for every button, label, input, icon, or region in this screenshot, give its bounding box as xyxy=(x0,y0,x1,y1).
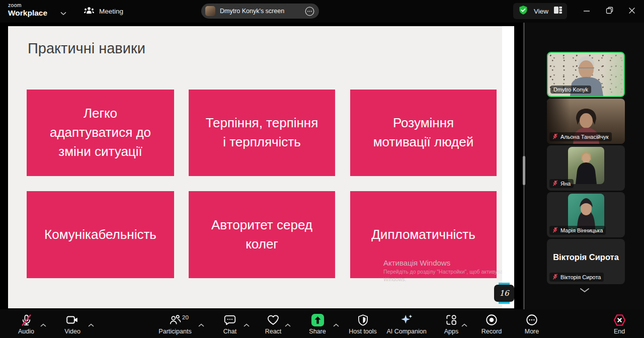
page-number: 16 xyxy=(499,289,509,298)
participant-tile-maria[interactable]: Марія Вінницька xyxy=(547,192,625,237)
participant-name-tag: Вікторія Сирота xyxy=(549,273,604,282)
screen-share-label: Dmytro Konyk's screen xyxy=(220,8,284,15)
participants-count-badge: 20 xyxy=(182,314,189,320)
record-label: Record xyxy=(481,328,502,335)
record-icon xyxy=(485,313,498,327)
screen-share-pill[interactable]: Dmytro Konyk's screen xyxy=(201,4,319,19)
close-icon xyxy=(628,7,635,16)
sparkle-icon xyxy=(399,313,414,327)
skill-box-5-text: Авторитет серед колег xyxy=(203,216,321,254)
shield-icon xyxy=(357,313,369,327)
participant-tile-viktoria[interactable]: Вікторія Сирота Вікторія Сирота xyxy=(547,239,625,284)
skill-box-3-text: Розуміння мотивації людей xyxy=(364,114,482,151)
end-label: End xyxy=(614,328,625,335)
security-shield-icon[interactable] xyxy=(518,5,528,18)
participant-tile-yana[interactable]: Яна xyxy=(547,145,625,191)
slide-title: Практичні навики xyxy=(28,40,145,57)
ai-companion-label: AI Companion xyxy=(386,328,426,335)
windows-activation-watermark: Активація Windows Перейдіть до розділу "… xyxy=(383,259,508,282)
view-grid-icon[interactable] xyxy=(554,7,562,16)
end-call-icon xyxy=(612,313,627,327)
participant-name: Альона Танасійчук xyxy=(560,134,609,140)
restore-button[interactable] xyxy=(600,0,618,23)
end-button[interactable]: End xyxy=(589,313,644,335)
scroll-more-chevron-icon[interactable] xyxy=(580,286,590,295)
more-label: More xyxy=(525,328,539,335)
participant-silhouette xyxy=(568,194,604,231)
brand-bottom: Workplace xyxy=(8,9,47,17)
skill-box-4-text: Комунікабельність xyxy=(44,225,156,244)
participant-name: Марія Вінницька xyxy=(560,227,603,233)
restore-icon xyxy=(606,7,613,16)
participants-label: Participants xyxy=(158,328,191,335)
skill-box-1-text: Легко адаптуватися до зміни ситуації xyxy=(41,104,160,161)
participant-silhouette xyxy=(568,147,604,184)
participant-name: Dmytro Konyk xyxy=(553,87,588,93)
more-ellipsis-icon xyxy=(525,313,538,327)
slide-page-badge: 16 xyxy=(494,285,514,302)
skill-box-4: Комунікабельність xyxy=(27,191,174,278)
muted-mic-icon xyxy=(552,180,558,187)
share-label: Share xyxy=(309,328,326,335)
meeting-tab-label: Meeting xyxy=(99,8,123,15)
skill-box-2: Терпіння, терпіння і терплячість xyxy=(189,90,335,176)
pill-ellipsis-icon[interactable] xyxy=(304,6,315,17)
meeting-toolbar: Audio Video Participants 20 Chat xyxy=(0,309,644,338)
zoom-workplace-logo: zoom Workplace xyxy=(8,3,47,17)
video-label: Video xyxy=(64,328,80,335)
zoom-window: zoom Workplace Meeting Dmytro Konyk's sc… xyxy=(0,0,644,338)
participants-panel: Dmytro Konyk Альона Танасійчук xyxy=(525,23,644,309)
skill-box-5: Авторитет серед колег xyxy=(189,191,335,278)
more-button[interactable]: More xyxy=(502,313,562,335)
react-label: React xyxy=(265,328,282,335)
presentation-scrollbar-track[interactable] xyxy=(502,26,514,308)
mic-muted-icon xyxy=(20,313,33,327)
logo-chevron-down-icon[interactable] xyxy=(60,9,66,18)
chat-label: Chat xyxy=(223,328,236,335)
participant-big-name: Вікторія Сирота xyxy=(547,252,625,262)
heart-icon xyxy=(266,313,280,327)
meeting-tab[interactable]: Meeting xyxy=(84,0,123,23)
skill-box-2-text: Терпіння, терпіння і терплячість xyxy=(203,114,321,151)
meeting-group-icon xyxy=(84,6,95,17)
participant-name-tag: Яна xyxy=(549,179,574,188)
participants-icon xyxy=(169,313,182,327)
participant-tile-alona[interactable]: Альона Танасійчук xyxy=(547,99,625,144)
video-chevron[interactable] xyxy=(88,320,94,329)
close-button[interactable] xyxy=(623,0,641,23)
watermark-line3: Windows. xyxy=(383,276,508,282)
muted-mic-icon xyxy=(552,227,558,234)
chat-icon xyxy=(223,313,236,327)
apps-icon xyxy=(445,313,458,327)
view-controls: View xyxy=(513,3,567,19)
view-button[interactable]: View xyxy=(534,8,548,15)
participant-name: Яна xyxy=(560,181,571,187)
minimize-button[interactable] xyxy=(578,0,596,23)
apps-label: Apps xyxy=(444,328,459,335)
presenter-avatar xyxy=(205,6,215,16)
brand-top: zoom xyxy=(8,3,47,8)
muted-mic-icon xyxy=(552,133,558,140)
watermark-title: Активація Windows xyxy=(383,259,508,267)
participant-name: Вікторія Сирота xyxy=(560,274,601,280)
host-tools-label: Host tools xyxy=(349,328,377,335)
minimize-icon xyxy=(583,7,590,16)
skill-box-1: Легко адаптуватися до зміни ситуації xyxy=(27,90,174,176)
skill-box-3: Розуміння мотивації людей xyxy=(350,90,497,176)
share-screen-icon xyxy=(310,313,325,327)
skill-box-6-text: Дипломатичність xyxy=(371,225,475,244)
watermark-line2: Перейдіть до розділу "Настройки", щоб ак… xyxy=(383,269,508,275)
participant-avatar xyxy=(568,194,604,231)
participants-button[interactable]: Participants xyxy=(145,313,205,335)
shared-screen: Практичні навики Легко адаптуватися до з… xyxy=(8,26,514,308)
participant-name-tag: Dmytro Konyk xyxy=(550,86,591,94)
audio-label: Audio xyxy=(18,328,34,335)
muted-mic-icon xyxy=(552,274,558,281)
main-area: Практичні навики Легко адаптуватися до з… xyxy=(0,23,644,309)
top-bar: zoom Workplace Meeting Dmytro Konyk's sc… xyxy=(0,0,644,23)
camera-icon xyxy=(66,313,79,327)
participant-name-tag: Марія Вінницька xyxy=(549,226,606,235)
participant-tile-dmytro[interactable]: Dmytro Konyk xyxy=(547,52,625,97)
participant-name-tag: Альона Танасійчук xyxy=(549,132,612,141)
participant-avatar xyxy=(568,147,604,184)
